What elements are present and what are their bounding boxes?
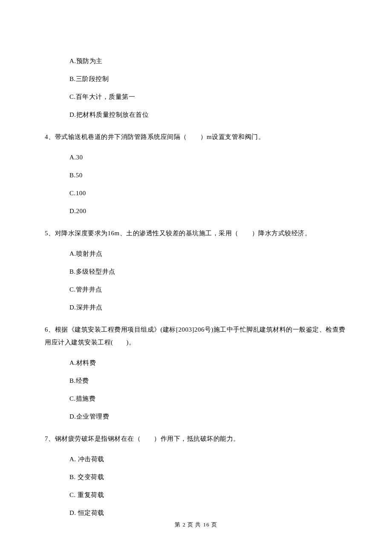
q3-option-a: A.预防为主 <box>69 57 347 65</box>
q6-option-b: B.经费 <box>69 377 347 384</box>
q5-option-a: A.喷射井点 <box>69 250 347 257</box>
q7-stem: 7、钢材疲劳破坏是指钢材在在（ ）作用下，抵抗破坏的能力。 <box>45 432 347 445</box>
q7-option-b: B. 交变荷载 <box>69 473 347 481</box>
q7-option-d: D. 恒定荷载 <box>69 509 347 517</box>
q5-option-b: B.多级轻型井点 <box>69 268 347 275</box>
page-footer: 第 2 页 共 16 页 <box>0 521 392 529</box>
q5-option-c: C.管井井点 <box>69 286 347 293</box>
q4-option-b: B.50 <box>69 171 347 179</box>
q4-stem: 4、带式输送机巷道的井下消防管路系统应间隔（ ）m设置支管和阀门。 <box>45 130 347 143</box>
q4-option-a: A.30 <box>69 153 347 161</box>
q6-option-d: D.企业管理费 <box>69 413 347 420</box>
q7-option-a: A. 冲击荷载 <box>69 455 347 463</box>
q3-option-b: B.三阶段控制 <box>69 75 347 83</box>
q4-option-c: C.100 <box>69 189 347 197</box>
q7-option-c: C. 重复荷载 <box>69 491 347 499</box>
page-content: A.预防为主 B.三阶段控制 C.百年大计，质量第一 D.把材料质量控制放在首位… <box>0 0 392 517</box>
q6-option-c: C.措施费 <box>69 395 347 402</box>
q6-stem: 6、根据《建筑安装工程费用项目组成》(建标[2003]206号)施工中手忙脚乱建… <box>45 323 347 349</box>
q5-stem: 5、对降水深度要求为16m、土的渗透性又较差的基坑施工，采用（ ）降水方式较经济… <box>45 227 347 240</box>
q3-option-c: C.百年大计，质量第一 <box>69 93 347 101</box>
q3-option-d: D.把材料质量控制放在首位 <box>69 111 347 119</box>
q4-option-d: D.200 <box>69 207 347 215</box>
q5-option-d: D.深井井点 <box>69 304 347 311</box>
q6-option-a: A.材料费 <box>69 359 347 367</box>
